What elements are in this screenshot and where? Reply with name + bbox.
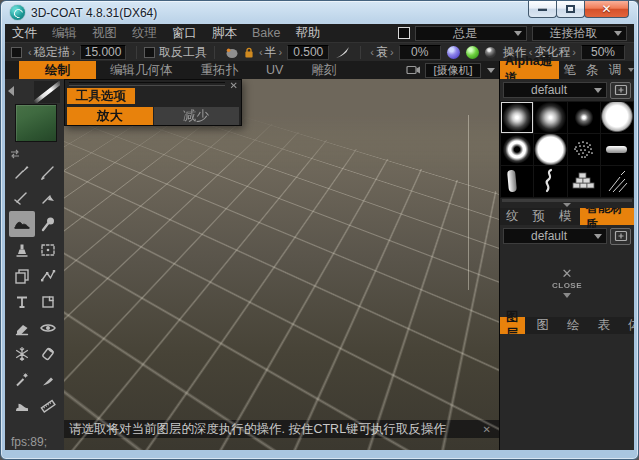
alpha-scrollbar[interactable]	[500, 198, 634, 208]
tool-freeze-button[interactable]	[9, 341, 35, 367]
material-tab-0[interactable]: 纹	[500, 208, 525, 225]
tool-knife-button[interactable]	[35, 367, 61, 393]
menu-item-1[interactable]: 编辑	[52, 25, 77, 42]
viewport-3d[interactable]: ✕ 工具选项 放大 减少 请选取将对当前图层的深度执行的操作. 按住CTRL键可…	[64, 79, 499, 450]
variation-value-field[interactable]: 50%	[581, 45, 625, 60]
workspace-tab-3[interactable]: UV	[252, 61, 297, 79]
rp-tab-0[interactable]: Alpha通道	[500, 61, 559, 79]
sphere-preview-green-icon[interactable]	[466, 46, 479, 59]
expand-arrow-icon[interactable]	[563, 203, 571, 207]
tool-copy-layer-button[interactable]	[9, 263, 35, 289]
brush-alpha-scratches[interactable]	[601, 166, 633, 197]
workspace-tab-2[interactable]: 重拓扑	[187, 61, 253, 79]
layers-tab-0[interactable]: 图层	[500, 317, 525, 334]
brush-alpha-soft-small[interactable]	[568, 102, 600, 133]
current-color-swatch[interactable]	[15, 104, 57, 142]
alpha-folder-dropdown[interactable]: default	[503, 82, 607, 98]
tool-eye-button[interactable]	[35, 315, 61, 341]
camera-dropdown[interactable]: [摄像机]	[425, 63, 481, 78]
dock-expand-icon[interactable]	[563, 293, 571, 298]
material-tab-2[interactable]: 模	[553, 208, 578, 225]
brush-alpha-disc[interactable]	[534, 134, 566, 165]
collapse-panel-icon[interactable]	[8, 86, 14, 96]
viewport-camera-icon[interactable]	[406, 64, 421, 76]
tool-magic-wand-button[interactable]	[9, 367, 35, 393]
stabilize-value-field[interactable]: 15.000	[80, 45, 126, 60]
minimize-button[interactable]	[528, 1, 557, 18]
stabilize-checkbox[interactable]	[11, 47, 22, 58]
stabilize-dec-arrow[interactable]: ‹	[28, 46, 32, 58]
tool-image-plane-button[interactable]	[35, 289, 61, 315]
sphere-preview-purple-icon[interactable]	[447, 46, 460, 59]
menu-item-5[interactable]: 脚本	[212, 25, 237, 42]
brush-alpha-bricks[interactable]	[568, 166, 600, 197]
workspace-tab-4[interactable]: 雕刻	[297, 61, 350, 79]
brush-stroke-preview[interactable]	[34, 81, 60, 103]
falloff-dec-arrow[interactable]: ‹	[370, 46, 374, 58]
zoom-in-button[interactable]: 放大	[67, 107, 153, 125]
material-tab-1[interactable]: 预	[527, 208, 552, 225]
tool-ruler-button[interactable]	[35, 393, 61, 419]
menu-item-4[interactable]: 窗口	[172, 25, 197, 42]
tool-iron-button[interactable]	[9, 393, 35, 419]
rp-tab-1[interactable]: 笔	[559, 61, 582, 79]
tool-spray-button[interactable]	[35, 211, 61, 237]
material-folder-dropdown[interactable]: default	[503, 228, 607, 244]
tool-eraser-button[interactable]	[9, 315, 35, 341]
tool-mound-button[interactable]	[9, 211, 35, 237]
invert-tool-checkbox[interactable]	[144, 47, 155, 58]
brush-alpha-noise[interactable]	[568, 134, 600, 165]
dock-close-icon[interactable]: ✕	[562, 267, 573, 280]
tool-options-tab[interactable]: 工具选项	[67, 88, 135, 104]
sphere-preview-dark-icon[interactable]	[485, 47, 496, 58]
menu-item-3[interactable]: 纹理	[132, 25, 157, 42]
status-close-icon[interactable]: ✕	[483, 424, 491, 435]
radius-inc-arrow[interactable]: ›	[279, 46, 283, 58]
close-button[interactable]: ✕	[584, 1, 629, 18]
lock-icon[interactable]	[243, 46, 255, 59]
menu-item-7[interactable]: 帮助	[296, 25, 321, 42]
rp-tab-3[interactable]: 调	[604, 61, 627, 79]
menu-item-0[interactable]: 文件	[12, 25, 37, 42]
layers-tab-2[interactable]: 绘	[561, 317, 586, 334]
always-dropdown[interactable]: 总是	[415, 26, 527, 41]
brush-alpha-soft-medium[interactable]	[534, 102, 566, 133]
rp-tab-2[interactable]: 条	[581, 61, 604, 79]
workspace-tab-1[interactable]: 编辑几何体	[96, 61, 187, 79]
tool-pencil-button[interactable]	[35, 159, 61, 185]
brush-alpha-squiggle[interactable]	[534, 166, 566, 197]
tool-rect-select-button[interactable]	[35, 237, 61, 263]
always-checkbox[interactable]	[398, 27, 410, 39]
brush-alpha-hard-sphere[interactable]	[601, 102, 633, 133]
tool-stamp-button[interactable]	[9, 237, 35, 263]
tool-spline-button[interactable]	[35, 263, 61, 289]
workspace-tab-0[interactable]: 绘制	[19, 61, 96, 79]
menu-item-2[interactable]: 视图	[92, 25, 117, 42]
layers-tab-3[interactable]: 表	[592, 317, 617, 334]
popup-drag-handle[interactable]	[69, 82, 225, 86]
zoom-out-button[interactable]: 减少	[154, 107, 240, 125]
pen-pressure-icon[interactable]	[334, 45, 351, 59]
stabilize-inc-arrow[interactable]: ›	[72, 46, 76, 58]
layers-tab-1[interactable]: 图	[531, 317, 556, 334]
brush-alpha-capsule-v[interactable]	[501, 166, 533, 197]
add-folder-button[interactable]	[610, 82, 631, 99]
brush-alpha-capsule-h[interactable]	[601, 134, 633, 165]
tool-chisel-brush-button[interactable]	[35, 185, 61, 211]
layers-tab-4[interactable]: 体	[622, 317, 634, 334]
falloff-value-field[interactable]: 0%	[399, 45, 441, 60]
falloff-inc-arrow[interactable]: ›	[390, 46, 394, 58]
chevron-down-icon[interactable]	[487, 68, 495, 73]
scrollbar-thumb[interactable]	[502, 199, 632, 202]
tool-paint-brush-button[interactable]	[9, 159, 35, 185]
brush-alpha-ring[interactable]	[501, 134, 533, 165]
maximize-button[interactable]	[556, 1, 585, 18]
pick-mode-dropdown[interactable]: 连接拾取	[532, 26, 627, 41]
popup-close-icon[interactable]: ✕	[230, 80, 238, 91]
variation-inc-arrow[interactable]: ›	[572, 46, 576, 58]
material-tab-3[interactable]: 智能材质	[580, 208, 635, 225]
tool-text-button[interactable]	[9, 289, 35, 315]
add-material-folder-button[interactable]	[610, 228, 631, 245]
menu-item-6[interactable]: Bake	[252, 26, 281, 40]
radius-value-field[interactable]: 0.500	[287, 45, 329, 60]
